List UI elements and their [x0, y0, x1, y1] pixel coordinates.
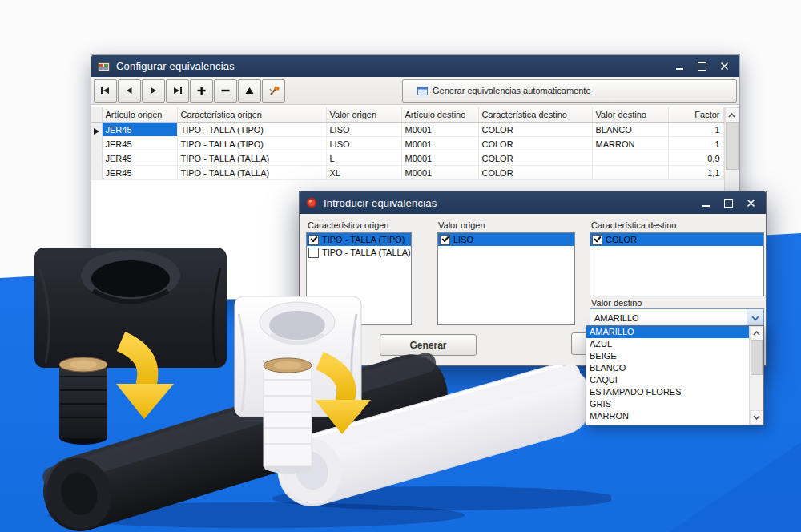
grid-cell[interactable]: M0001	[401, 137, 478, 151]
dropdown-scroll-down-button[interactable]	[750, 410, 763, 425]
table-row[interactable]: JER45TIPO - TALLA (TALLA)LM0001COLOR0,9	[91, 151, 723, 166]
maximize-icon	[724, 199, 733, 208]
dropdown-scroll-thumb[interactable]	[751, 340, 763, 375]
grid-cell[interactable]: JER45	[102, 166, 177, 180]
label-caracteristica-destino: Característica destino	[591, 220, 676, 230]
combobox-dropdown-button[interactable]	[747, 309, 763, 327]
column-header[interactable]: Valor destino	[592, 107, 668, 123]
grid-cell[interactable]: TIPO - TALLA (TALLA)	[177, 151, 326, 166]
grid-cell[interactable]: JER45	[102, 123, 177, 137]
red-badge-icon	[306, 197, 317, 208]
column-header[interactable]: Artículo destino	[401, 107, 478, 123]
nav-insert-button[interactable]	[190, 79, 213, 103]
dropdown-item[interactable]: CAQUI	[586, 374, 749, 386]
column-header[interactable]: Factor	[668, 107, 723, 123]
nav-first-button[interactable]	[94, 79, 117, 103]
white-shirt-to-fabric-illustration	[227, 287, 611, 519]
grid-cell[interactable]: JER45	[102, 151, 177, 166]
grid-cell[interactable]: LISO	[326, 123, 401, 137]
label-caracteristica-origen: Característica origen	[308, 220, 389, 230]
grid-cell[interactable]: 1,1	[668, 166, 723, 180]
scroll-up-button[interactable]	[725, 107, 739, 123]
grid-cell[interactable]: BLANCO	[592, 123, 668, 137]
white-thread-spool	[264, 358, 312, 474]
window-icon	[417, 87, 428, 95]
minimize-icon	[676, 68, 683, 70]
checklist-item-label: COLOR	[606, 235, 637, 244]
column-header[interactable]: Característica origen	[177, 107, 326, 123]
checklist-caracteristica-destino[interactable]: COLOR	[590, 232, 764, 296]
grid-cell[interactable]: TIPO - TALLA (TIPO)	[177, 123, 326, 137]
minimize-icon	[702, 205, 710, 207]
dropdown-scrollbar[interactable]	[749, 326, 763, 425]
table-row[interactable]: JER45TIPO - TALLA (TIPO)LISOM0001COLORMA…	[91, 137, 723, 151]
grid-cell[interactable]: COLOR	[478, 151, 592, 166]
table-row[interactable]: JER45TIPO - TALLA (TALLA)XLM0001COLOR1,1	[91, 166, 723, 180]
grid-cell[interactable]: COLOR	[478, 137, 592, 151]
grid-cell[interactable]: L	[326, 151, 401, 166]
current-row-arrow-icon	[94, 128, 99, 135]
grid-cell[interactable]	[592, 151, 668, 166]
dialog-title: Introducir equivalencias	[324, 197, 697, 209]
row-indicator-header	[91, 107, 102, 123]
grid-cell[interactable]: COLOR	[478, 123, 592, 137]
nav-prior-button[interactable]	[118, 79, 141, 103]
row-indicator-cell	[91, 137, 102, 151]
grid-cell[interactable]: TIPO - TALLA (TIPO)	[177, 137, 326, 151]
close-icon	[720, 62, 729, 71]
dropdown-item[interactable]: AMARILLO	[586, 326, 749, 338]
grid-cell[interactable]: COLOR	[478, 166, 592, 180]
nav-next-button[interactable]	[142, 79, 165, 103]
close-button[interactable]	[715, 59, 733, 74]
equivalences-grid[interactable]: Artículo origenCaracterística origenValo…	[91, 107, 724, 180]
grid-cell[interactable]: M0001	[401, 151, 478, 166]
dialog-close-button[interactable]	[742, 195, 759, 210]
checklist-item[interactable]: COLOR	[590, 233, 763, 246]
dropdown-item[interactable]: GRIS	[586, 398, 749, 410]
grid-cell[interactable]: 1	[668, 123, 723, 137]
dropdown-item[interactable]: MARRON	[586, 410, 749, 422]
dropdown-item[interactable]: ESTAMPADO FLORES	[586, 386, 749, 398]
nav-tools-button[interactable]	[262, 79, 285, 103]
dropdown-item[interactable]: BEIGE	[586, 350, 749, 362]
dialog-minimize-button[interactable]	[697, 195, 714, 210]
window-configurar-titlebar[interactable]: Configurar equivalencias	[91, 55, 739, 77]
dropdown-items[interactable]: AMARILLOAZULBEIGEBLANCOCAQUIESTAMPADO FL…	[586, 326, 749, 425]
table-row[interactable]: JER45TIPO - TALLA (TIPO)LISOM0001COLORBL…	[91, 123, 723, 137]
dropdown-item[interactable]: AZUL	[586, 338, 749, 350]
scroll-thumb[interactable]	[726, 122, 739, 170]
grid-cell[interactable]: TIPO - TALLA (TALLA)	[177, 166, 326, 180]
dropdown-item[interactable]: BLANCO	[586, 362, 749, 374]
maximize-icon	[698, 62, 706, 71]
generate-equivalences-button[interactable]: Generar equivalencias automaticamente	[402, 79, 737, 103]
checked-checkbox-icon[interactable]	[592, 235, 602, 245]
tools-app-icon	[98, 61, 110, 72]
generate-equivalences-label: Generar equivalencias automaticamente	[433, 86, 591, 95]
dialog-titlebar[interactable]: Introducir equivalencias	[300, 191, 766, 214]
nav-last-button[interactable]	[166, 79, 189, 103]
grid-cell[interactable]	[592, 166, 668, 180]
nav-delete-button[interactable]	[214, 79, 237, 103]
grid-cell[interactable]: XL	[326, 166, 401, 180]
row-indicator-cell	[91, 123, 102, 137]
column-header[interactable]: Característica destino	[478, 107, 592, 123]
nav-edit-button[interactable]	[238, 79, 261, 103]
column-header[interactable]: Valor origen	[326, 107, 401, 123]
maximize-button[interactable]	[693, 59, 710, 74]
grid-cell[interactable]: 0,9	[668, 151, 723, 166]
grid-cell[interactable]: M0001	[401, 123, 478, 137]
marketing-screenshot: Configurar equivalencias Generar equival…	[0, 0, 801, 532]
chevron-up-icon	[728, 113, 735, 118]
valor-destino-dropdown-list[interactable]: AMARILLOAZULBEIGEBLANCOCAQUIESTAMPADO FL…	[586, 325, 764, 425]
grid-cell[interactable]: JER45	[102, 137, 177, 151]
row-indicator-cell	[91, 151, 102, 166]
grid-cell[interactable]: M0001	[401, 166, 478, 180]
dropdown-scroll-up-button[interactable]	[750, 326, 763, 341]
dialog-maximize-button[interactable]	[719, 195, 737, 210]
minimize-button[interactable]	[670, 59, 688, 74]
grid-cell[interactable]: LISO	[326, 137, 401, 151]
column-header[interactable]: Artículo origen	[102, 107, 177, 123]
grid-cell[interactable]: 1	[668, 137, 723, 151]
grid-cell[interactable]: MARRON	[592, 137, 668, 151]
db-navigator	[94, 79, 286, 103]
